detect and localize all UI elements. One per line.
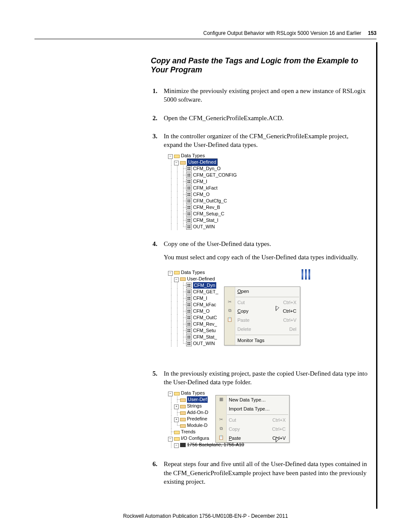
context-menu: ▦New Data Type… Import Data Type… ✂CutCt…: [215, 395, 290, 443]
struct-icon: [186, 302, 192, 308]
folder-icon: [180, 417, 186, 421]
context-menu: Open ✂ CutCtrl+X ⧉ CopyCtrl+C 📋 PasteCtr…: [224, 286, 300, 345]
step-4-note: You must select and copy each of the Use…: [164, 253, 368, 261]
tree-row-user-defined[interactable]: − User-Defined: [168, 159, 368, 165]
menu-delete: DeleteDel: [224, 325, 300, 334]
step-2: 2. Open the CFM_GenericProfileExample.AC…: [164, 114, 368, 122]
tree-row-data-types[interactable]: − Data Types: [168, 152, 368, 159]
folder-icon: [174, 391, 180, 395]
page-right-rule: [376, 42, 377, 509]
page-header: Configure Output Behavior with RSLogix 5…: [34, 30, 377, 39]
struct-icon: [186, 328, 192, 333]
copy-icon: ⧉: [218, 426, 224, 432]
page-footer: Rockwell Automation Publication 1756-UM0…: [0, 513, 411, 519]
struct-icon: [186, 289, 192, 295]
scissors-icon: ✂: [226, 299, 233, 305]
step-1: 1. Minimize the previously existing proj…: [164, 87, 368, 104]
folder-icon: [180, 411, 186, 415]
paste-icon: 📋: [218, 435, 224, 441]
folder-icon: [180, 398, 186, 402]
menu-cut: ✂CutCtrl+X: [216, 416, 289, 425]
copy-icon: ⧉: [226, 308, 233, 314]
paste-icon: 📋: [226, 317, 233, 323]
struct-icon: [186, 166, 192, 171]
step-3: 3. In the controller organizer of the CF…: [164, 132, 368, 230]
tree-row[interactable]: CFM_O: [168, 191, 368, 198]
menu-copy: ⧉CopyCtrl+C: [216, 425, 289, 434]
header-chapter: Configure Output Behavior with RSLogix 5…: [203, 30, 361, 36]
struct-icon: [186, 341, 192, 346]
menu-open[interactable]: Open: [224, 287, 300, 296]
bars-icon: [302, 269, 310, 280]
menu-new-data-type[interactable]: ▦New Data Type…: [216, 395, 289, 404]
tree-row-data-types[interactable]: −Data Types: [168, 269, 310, 276]
struct-icon: [186, 321, 192, 327]
tree-row[interactable]: CFM_GET_CONFIG: [168, 172, 368, 178]
folder-icon: [180, 160, 186, 165]
struct-icon: [186, 218, 192, 223]
struct-icon: [186, 211, 192, 217]
folder-icon: [174, 154, 180, 158]
tree-row[interactable]: CFM_Dyn_O: [168, 165, 368, 172]
folder-icon: [174, 430, 180, 434]
tree-row[interactable]: CFM_Rev_B: [168, 204, 368, 211]
tree-row[interactable]: CFM_OutCfg_C: [168, 198, 368, 204]
struct-icon: [186, 315, 192, 320]
step-5: 5. In the previously existing project, p…: [164, 369, 368, 451]
struct-icon: ▦: [218, 396, 224, 402]
step-4: 4. Copy one of the User-Defined data typ…: [164, 240, 368, 360]
tree-row[interactable]: OUT_WIN: [168, 224, 368, 230]
header-page-number: 153: [368, 30, 377, 36]
struct-icon: [186, 172, 192, 178]
folder-icon: [180, 404, 186, 408]
folder-icon: [174, 270, 180, 274]
tree-row[interactable]: CFM_kFact: [168, 185, 368, 191]
menu-cut: ✂ CutCtrl+X: [224, 298, 300, 307]
struct-icon: [186, 334, 192, 340]
tree-row-user-defined[interactable]: −User-Defined: [168, 276, 310, 282]
menu-copy[interactable]: ⧉ CopyCtrl+C: [224, 307, 300, 316]
struct-icon: [186, 296, 192, 301]
figure-step5: −Data Types User-Def +Strings Add-On-D +…: [168, 390, 297, 450]
struct-icon: [186, 205, 192, 210]
tree-row[interactable]: CFM_I: [168, 178, 368, 185]
menu-paste: 📋 PasteCtrl+V: [224, 316, 300, 325]
struct-icon: [186, 224, 192, 230]
struct-icon: [186, 283, 192, 288]
chassis-icon: [180, 443, 186, 447]
scissors-icon: ✂: [218, 417, 224, 423]
section-title: Copy and Paste the Tags and Logic from t…: [34, 56, 377, 75]
struct-icon: [186, 179, 192, 184]
step-6: 6. Repeat steps four and five until all …: [164, 460, 368, 486]
figure-step3: − Data Types − User-Defined CFM_Dyn_O CF…: [168, 152, 368, 230]
menu-monitor-tags[interactable]: Monitor Tags: [224, 336, 300, 345]
folder-icon: [180, 423, 186, 428]
struct-icon: [186, 185, 192, 191]
tree-row[interactable]: CFM_Setup_C: [168, 211, 368, 217]
figure-step4: −Data Types −User-Defined CFM_Dyn CFM_GE…: [168, 269, 310, 360]
struct-icon: [186, 308, 192, 314]
struct-icon: [186, 192, 192, 197]
menu-import-data-type[interactable]: Import Data Type…: [216, 404, 289, 414]
folder-icon: [180, 277, 186, 281]
struct-icon: [186, 198, 192, 204]
folder-icon: [174, 436, 180, 441]
tree-row[interactable]: CFM_Stat_I: [168, 217, 368, 224]
